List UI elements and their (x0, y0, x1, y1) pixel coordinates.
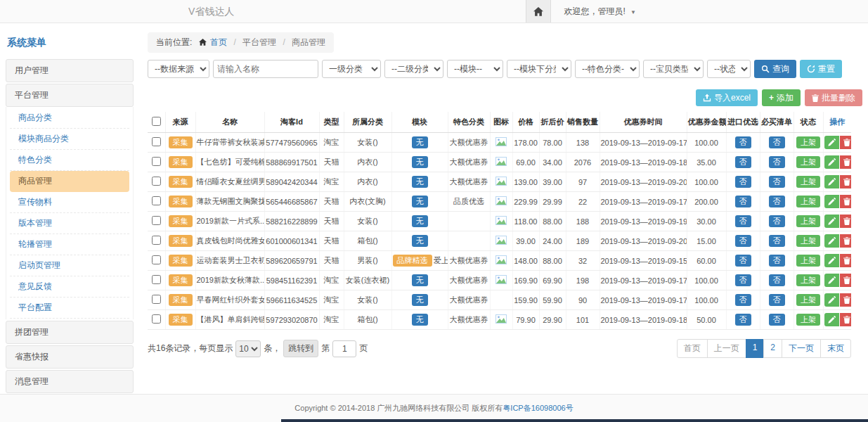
import-select-toggle[interactable]: 否 (735, 294, 751, 306)
import-excel-button[interactable]: 导入excel (696, 89, 758, 106)
row-checkbox[interactable] (152, 157, 161, 166)
filter-select-二级分类[interactable]: --二级分类-- (384, 60, 443, 78)
import-select-toggle[interactable]: 否 (735, 255, 751, 267)
delete-button[interactable] (840, 254, 852, 267)
page-button-1[interactable]: 1 (746, 339, 765, 358)
import-select-toggle[interactable]: 否 (735, 274, 751, 286)
sidebar-item-版本管理[interactable]: 版本管理 (10, 213, 129, 234)
add-button[interactable]: + 添加 (762, 89, 801, 106)
module-badge[interactable]: 无 (412, 294, 428, 306)
filter-select-特色分类[interactable]: --特色分类-- (575, 60, 640, 78)
must-buy-toggle[interactable]: 否 (769, 196, 785, 207)
select-all-checkbox[interactable] (152, 117, 161, 126)
status-badge[interactable]: 上架 (796, 196, 820, 207)
sidebar-item-启动页管理[interactable]: 启动页管理 (10, 255, 129, 276)
must-buy-toggle[interactable]: 否 (769, 255, 785, 267)
search-button[interactable]: 查询 (754, 60, 796, 78)
row-checkbox[interactable] (152, 295, 161, 304)
home-button[interactable] (526, 0, 551, 23)
sidebar-item-特色分类[interactable]: 特色分类 (10, 150, 129, 171)
must-buy-toggle[interactable]: 否 (769, 235, 785, 247)
sidebar-item-商品管理[interactable]: 商品管理 (10, 171, 129, 192)
edit-button[interactable] (824, 254, 839, 267)
filter-select-模块下分类[interactable]: --模块下分类-- (507, 60, 571, 78)
welcome-user-menu[interactable]: 欢迎您，管理员! ▼ (564, 6, 868, 18)
sidebar-item-模块商品分类[interactable]: 模块商品分类 (10, 129, 129, 150)
module-badge[interactable]: 无 (412, 274, 428, 286)
status-badge[interactable]: 上架 (796, 215, 820, 227)
import-select-toggle[interactable]: 否 (735, 215, 751, 227)
filter-select-状态[interactable]: --状态-- (707, 60, 751, 78)
filter-select-数据来源[interactable]: --数据来源-- (148, 60, 209, 78)
delete-button[interactable] (840, 195, 852, 208)
module-badge[interactable]: 无 (412, 215, 428, 227)
module-badge[interactable]: 无 (412, 136, 428, 148)
edit-button[interactable] (824, 274, 839, 287)
status-badge[interactable]: 上架 (796, 294, 820, 306)
delete-button[interactable] (840, 293, 852, 307)
must-buy-toggle[interactable]: 否 (769, 274, 785, 286)
edit-button[interactable] (824, 195, 839, 208)
row-checkbox[interactable] (152, 255, 161, 264)
delete-button[interactable] (840, 136, 852, 149)
module-badge[interactable]: 无 (412, 196, 428, 207)
filter-select-一级分类[interactable]: 一级分类 (322, 60, 381, 78)
sidebar-item-平台配置[interactable]: 平台配置 (10, 298, 129, 319)
import-select-toggle[interactable]: 否 (735, 136, 751, 148)
batch-delete-button[interactable]: 批量删除 (805, 89, 862, 106)
edit-button[interactable] (824, 175, 839, 188)
page-button-上一页[interactable]: 上一页 (707, 339, 746, 358)
must-buy-toggle[interactable]: 否 (769, 136, 785, 148)
must-buy-toggle[interactable]: 否 (769, 156, 785, 168)
status-badge[interactable]: 上架 (796, 274, 820, 286)
sidebar-item-商品分类[interactable]: 商品分类 (10, 108, 129, 129)
page-button-下一页[interactable]: 下一页 (782, 339, 821, 358)
row-checkbox[interactable] (152, 236, 161, 245)
must-buy-toggle[interactable]: 否 (769, 314, 785, 326)
page-button-首页[interactable]: 首页 (677, 339, 708, 358)
import-select-toggle[interactable]: 否 (735, 196, 751, 207)
status-badge[interactable]: 上架 (796, 176, 820, 188)
module-badge[interactable]: 无 (412, 235, 428, 247)
import-select-toggle[interactable]: 否 (735, 235, 751, 247)
row-checkbox[interactable] (152, 137, 161, 146)
edit-button[interactable] (824, 215, 839, 228)
status-badge[interactable]: 上架 (796, 235, 820, 247)
filter-select-宝贝类型[interactable]: --宝贝类型-- (643, 60, 704, 78)
delete-button[interactable] (840, 215, 852, 228)
status-badge[interactable]: 上架 (796, 255, 820, 267)
icp-link[interactable]: 粤ICP备16098006号 (503, 403, 573, 414)
page-number-input[interactable] (332, 340, 356, 357)
edit-button[interactable] (824, 136, 839, 149)
must-buy-toggle[interactable]: 否 (769, 215, 785, 227)
edit-button[interactable] (824, 293, 839, 307)
row-checkbox[interactable] (152, 275, 161, 284)
jump-to-button[interactable]: 跳转到 (283, 340, 318, 357)
per-page-select[interactable]: 10 (235, 340, 261, 357)
row-checkbox[interactable] (152, 216, 161, 225)
status-badge[interactable]: 上架 (796, 314, 820, 326)
import-select-toggle[interactable]: 否 (735, 314, 751, 326)
page-button-2[interactable]: 2 (763, 339, 782, 358)
row-checkbox[interactable] (152, 196, 161, 205)
filter-select-模块[interactable]: --模块-- (447, 60, 503, 78)
module-badge[interactable]: 无 (412, 314, 428, 326)
delete-button[interactable] (840, 175, 852, 188)
must-buy-toggle[interactable]: 否 (769, 176, 785, 188)
edit-button[interactable] (824, 313, 839, 326)
import-select-toggle[interactable]: 否 (735, 156, 751, 168)
delete-button[interactable] (840, 234, 852, 248)
delete-button[interactable] (840, 155, 852, 169)
module-badge[interactable]: 无 (412, 176, 428, 188)
sidebar-group-省惠快报[interactable]: 省惠快报 (6, 345, 134, 369)
row-checkbox[interactable] (152, 177, 161, 186)
page-button-末页[interactable]: 末页 (820, 339, 851, 358)
sidebar-group-平台管理[interactable]: 平台管理 (6, 84, 134, 107)
delete-button[interactable] (840, 313, 852, 326)
reset-button[interactable]: 重置 (800, 60, 842, 78)
row-checkbox[interactable] (152, 314, 161, 324)
breadcrumb-home-link[interactable]: 首页 (210, 37, 227, 47)
import-select-toggle[interactable]: 否 (735, 176, 751, 188)
edit-button[interactable] (824, 155, 839, 169)
sidebar-item-宣传物料[interactable]: 宣传物料 (10, 192, 129, 213)
